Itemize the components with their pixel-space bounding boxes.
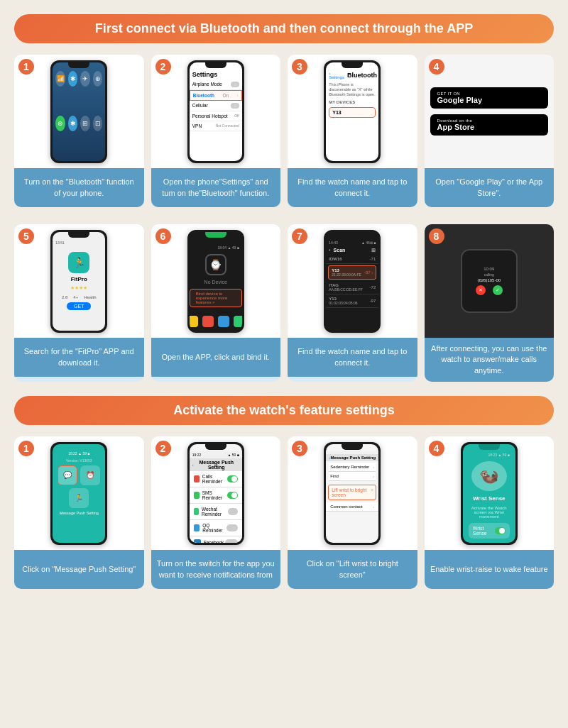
fitpro-logo: 🏃 [68, 252, 89, 273]
cc-wifi2: ⊛ [55, 116, 65, 131]
wrist-sense-desc: Activate the Watch screen via Wrist move… [469, 506, 510, 519]
step4-desc: Open "Google Play" or the App Store". [425, 168, 555, 207]
app-store-main: App Store [437, 123, 475, 131]
step6-desc: Open the APP, click and bind it. [151, 338, 281, 377]
settings-title: Settings [190, 70, 242, 79]
step-card-8: 8 10:09 calling (626)105-00 ✕ ✓ After co… [425, 224, 555, 382]
step3-screen: ‹ Settings Bluetooth This iPhone is disc… [326, 62, 378, 161]
stepb1-image: 1 18:22 ▲ 59 ■ Version: V13653 💬 ⏰ [14, 436, 144, 550]
bt-other-devices: MY DEVICES [326, 99, 378, 106]
bind-watch-icon: ⌚ [205, 254, 226, 275]
step-card-5: 5 13:51 🏃 FitPro ★★★★ 2.8 4+ H [14, 224, 144, 382]
step-card-4: 4 GET IT ON Google Play Download on the … [425, 55, 555, 207]
cc-airplane: ✈ [80, 71, 90, 87]
step1-desc: Turn on the "Bluetooth" function of your… [14, 168, 144, 207]
step2-desc: Open the phone"Settings" and tum on the"… [151, 168, 281, 207]
stepb2-phone: 19:22▲ 50 ■ ‹ Message Push Setting Calls… [187, 442, 244, 545]
step5-phone: 13:51 🏃 FitPro ★★★★ 2.8 4+ Health GET [50, 230, 107, 333]
google-play-badge[interactable]: GET IT ON Google Play [430, 87, 549, 109]
step2-screen: Settings Airplane Mode ○ Bluetooth On › … [190, 62, 242, 161]
stepb4-number: 4 [429, 441, 444, 456]
step6-number: 6 [155, 228, 171, 244]
step-card-3: 3 ‹ Settings Bluetooth This iPhone is di… [288, 55, 417, 207]
step-card-2: 2 Settings Airplane Mode ○ Bluetooth On … [151, 55, 281, 207]
wechat-reminder-row: Wechat Reminder [190, 504, 242, 520]
stepb1-desc: Click on "Message Push Setting" [14, 550, 144, 589]
step-card-b2: 2 19:22▲ 50 ■ ‹ Message Push Setting [151, 436, 281, 589]
stepb2-image: 2 19:22▲ 50 ■ ‹ Message Push Setting [151, 436, 281, 550]
section2-title: Activate the watch's feature settings [14, 396, 554, 425]
cc-icon7: ⊞ [80, 116, 90, 131]
steps-grid-3: 1 18:22 ▲ 59 ■ Version: V13653 💬 ⏰ [14, 436, 554, 589]
wrist-toggle-row: Wrist Sense [469, 523, 510, 539]
stepb4-desc: Enable wrist-raise to wake feature [425, 550, 555, 589]
bind-no-device: No Device [204, 280, 227, 285]
step2-number: 2 [155, 59, 171, 75]
stepb3-screen: ‹ Message Push Setting Sedentary Reminde… [326, 444, 378, 543]
step-card-1: 1 📶 ✱ ✈ ⊕ ⊛ ✱ ⊞ ⊡ Turn on the [14, 55, 144, 207]
step1-image: 1 📶 ✱ ✈ ⊕ ⊛ ✱ ⊞ ⊡ [14, 55, 144, 168]
step3-desc: Find the watch name and tap to connect i… [288, 168, 417, 207]
vpn-row: VPN Not Connected [190, 121, 242, 131]
stepb1-phone: 18:22 ▲ 59 ■ Version: V13653 💬 ⏰ 🏃 [50, 442, 107, 545]
step6-image: 6 18:04 ▲ 49 ■ ⌚ No Device Bind device t… [151, 224, 281, 338]
cc-wifi: 📶 [55, 71, 65, 87]
cellular-row: Cellular ○ [190, 101, 242, 111]
cc-bt: ✱ [68, 71, 78, 87]
app-store-badge[interactable]: Download on the App Store [430, 114, 549, 136]
step3-number: 3 [292, 59, 307, 75]
step-card-7: 7 14:43▲ 46⊞ ■ ‹ Scan ⊞ IDW [288, 224, 417, 382]
stepb3-image: 3 ‹ Message Push Setting [288, 436, 417, 550]
step2-phone: Settings Airplane Mode ○ Bluetooth On › … [187, 60, 244, 163]
call-reject-btn[interactable]: ✕ [476, 285, 486, 295]
step1-number: 1 [18, 59, 34, 75]
step5-number: 5 [18, 228, 34, 244]
facebook-row: Facebook [190, 536, 242, 543]
watch-call-area: 10:09 calling (626)105-00 ✕ ✓ [425, 224, 555, 338]
steps-grid-1: 1 📶 ✱ ✈ ⊕ ⊛ ✱ ⊞ ⊡ Turn on the [14, 55, 554, 207]
scan-device-y13-selected[interactable]: Y13 21:22:33:00:0A:FE -57 › [328, 265, 376, 280]
stepb4-screen: 18:23 ▲ 59 ■ 🦦 Wrist Sense Activate the … [463, 444, 515, 543]
step7-phone: 14:43▲ 46⊞ ■ ‹ Scan ⊞ IDW16 -71 [324, 230, 381, 333]
fitpro-name: FitPro [71, 276, 87, 282]
stepb3-number: 3 [292, 441, 307, 456]
step6-screen: 18:04 ▲ 49 ■ ⌚ No Device Bind device to … [190, 232, 242, 331]
step6-phone: 18:04 ▲ 49 ■ ⌚ No Device Bind device to … [187, 230, 244, 333]
cc-bt2: ✱ [68, 116, 78, 131]
step7-screen: 14:43▲ 46⊞ ■ ‹ Scan ⊞ IDW16 -71 [326, 232, 378, 331]
bluetooth-row: Bluetooth On › [190, 90, 242, 101]
cc-icon4: ⊕ [93, 71, 103, 87]
step7-image: 7 14:43▲ 46⊞ ■ ‹ Scan ⊞ IDW [288, 224, 417, 338]
call-accept-btn[interactable]: ✓ [493, 285, 503, 295]
step3-image: 3 ‹ Settings Bluetooth This iPhone is di… [288, 55, 417, 168]
stepb1-screen: 18:22 ▲ 59 ■ Version: V13653 💬 ⏰ 🏃 [53, 444, 105, 543]
step4-number: 4 [429, 59, 444, 75]
step8-number: 8 [429, 228, 444, 244]
calls-reminder-row: Calls Reminder [190, 471, 242, 487]
stepb4-phone: 18:23 ▲ 59 ■ 🦦 Wrist Sense Activate the … [461, 442, 518, 545]
stepb2-number: 2 [155, 441, 171, 456]
wrist-sense-label: Wrist Sense [473, 495, 506, 502]
scan-device-y13b: Y13 01:02:03:04:05:06 -97 [326, 294, 378, 308]
stepb4-image: 4 18:23 ▲ 59 ■ 🦦 Wrist Sense Activate th… [425, 436, 555, 550]
stepb1-number: 1 [18, 441, 34, 456]
step7-desc: Find the watch name and tap to connect i… [288, 338, 417, 377]
step-card-6: 6 18:04 ▲ 49 ■ ⌚ No Device Bind device t… [151, 224, 281, 382]
scan-header: ‹ Scan ⊞ [326, 246, 378, 255]
hotspot-row: Personal Hotspot Off [190, 111, 242, 121]
app-stores-area: GET IT ON Google Play Download on the Ap… [425, 55, 555, 168]
google-play-main: Google Play [437, 96, 483, 104]
qq-reminder-row: QQ Reminder [190, 520, 242, 536]
bind-button[interactable]: Bind device to experience more features … [190, 289, 242, 307]
cc-icon8: ⊡ [93, 116, 103, 131]
step7-number: 7 [292, 228, 307, 244]
scan-device-1: IDW16 -71 [326, 255, 378, 264]
sms-reminder-row: SMS Reminder [190, 487, 242, 504]
step-card-b1: 1 18:22 ▲ 59 ■ Version: V13653 💬 ⏰ [14, 436, 144, 589]
step5-desc: Search for the "FitPro" APP and download… [14, 338, 144, 377]
stepb3-phone: ‹ Message Push Setting Sedentary Reminde… [324, 442, 381, 545]
step-card-b4: 4 18:23 ▲ 59 ■ 🦦 Wrist Sense Activate th… [425, 436, 555, 589]
watch-image: 10:09 calling (626)105-00 ✕ ✓ [461, 249, 518, 313]
step1-phone: 📶 ✱ ✈ ⊕ ⊛ ✱ ⊞ ⊡ [50, 60, 107, 163]
steps-grid-2: 5 13:51 🏃 FitPro ★★★★ 2.8 4+ H [14, 224, 554, 382]
